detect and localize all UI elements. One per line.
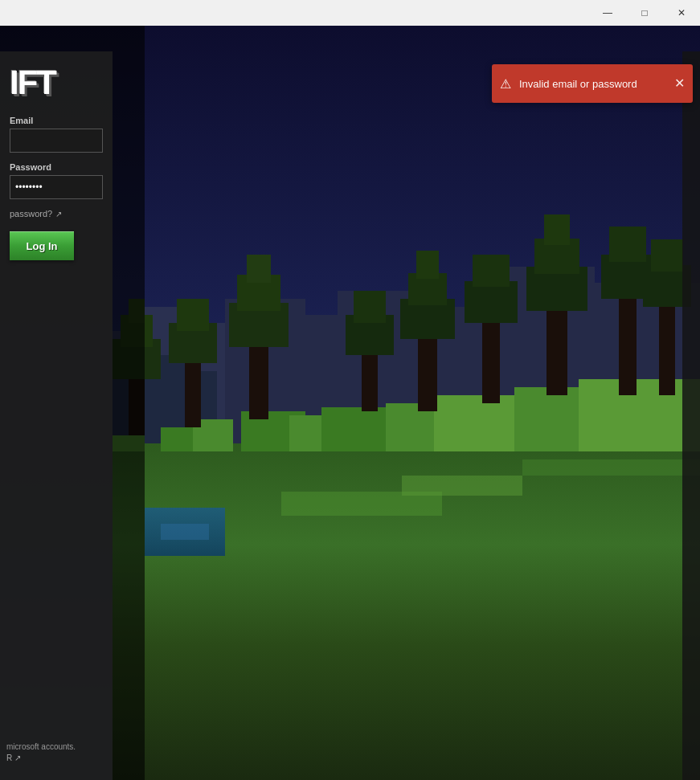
svg-rect-28 [185,355,201,427]
svg-rect-34 [247,255,271,283]
svg-rect-58 [402,476,522,496]
error-close-button[interactable]: ✕ [674,77,685,90]
password-group: Password [10,162,103,199]
svg-rect-59 [522,459,700,476]
notice-link[interactable]: R ↗ [6,753,111,764]
external-link-icon: ↗ [55,210,62,218]
login-button[interactable]: Log In [10,231,74,260]
warning-icon: ⚠ [500,76,511,92]
notice-text: microsoft accounts. [6,742,76,751]
svg-rect-42 [482,315,500,403]
svg-rect-52 [659,299,675,395]
password-input[interactable] [10,175,103,199]
svg-rect-49 [619,291,637,395]
titlebar-controls: — □ ✕ [589,0,700,26]
svg-rect-51 [609,227,646,262]
svg-rect-41 [416,251,439,279]
maximize-button[interactable]: □ [626,0,663,26]
svg-rect-30 [177,299,209,331]
minimize-button[interactable]: — [589,0,626,26]
forgot-password-text: password? [10,209,52,218]
forgot-password-link[interactable]: password? ↗ [10,209,62,218]
svg-rect-35 [362,347,378,411]
titlebar: — □ ✕ [0,0,700,26]
svg-rect-54 [651,239,683,272]
bottom-notice: microsoft accounts. R ↗ [6,741,111,764]
logo-text: IFT [10,66,55,100]
svg-rect-45 [546,303,567,395]
email-label: Email [10,116,103,125]
login-panel: IFT Email Password password? ↗ Log In mi… [0,51,113,780]
svg-rect-37 [354,291,386,323]
main-area: IFT Email Password password? ↗ Log In mi… [0,26,700,780]
svg-rect-48 [544,214,570,245]
email-input[interactable] [10,129,103,153]
svg-rect-38 [418,331,437,411]
notice-external-icon: ↗ [14,753,21,764]
error-notification: ⚠ Invalid email or password ✕ [492,64,693,103]
svg-rect-44 [473,255,510,287]
svg-rect-56 [161,524,209,540]
email-group: Email [10,116,103,153]
right-edge-panel [682,51,700,780]
error-message: Invalid email or password [519,78,666,90]
minecraft-logo: IFT [10,66,55,100]
notice-link-text: R [6,753,12,764]
password-label: Password [10,162,103,172]
close-button[interactable]: ✕ [663,0,700,26]
svg-rect-43 [465,281,518,323]
svg-rect-31 [249,339,268,419]
